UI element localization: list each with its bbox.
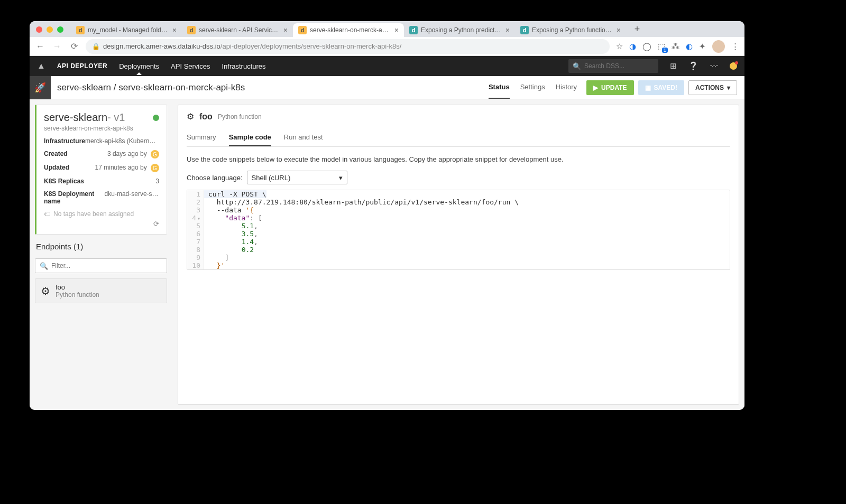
actions-menu[interactable]: ACTIONS▾ bbox=[688, 80, 737, 95]
meta-row: K8S Deployment namedku-mad-serve-skle… bbox=[44, 190, 159, 205]
code-editor[interactable]: 1curl -X POST \2 http://3.87.219.148:80/… bbox=[187, 190, 730, 270]
main-column: ⚙ foo Python function SummarySample code… bbox=[172, 99, 744, 410]
search-input[interactable] bbox=[584, 62, 654, 70]
meta-row: Updated17 minutes ago by G bbox=[44, 164, 159, 172]
tab-label: Exposing a Python prediction m bbox=[421, 26, 502, 34]
meta-value: 3 days ago by G bbox=[107, 150, 159, 158]
line-number: 1 bbox=[187, 190, 204, 198]
close-tab-icon[interactable]: × bbox=[172, 26, 177, 34]
update-button[interactable]: ▶UPDATE bbox=[586, 80, 633, 95]
rocket-icon[interactable]: 🚀 bbox=[30, 76, 51, 99]
page-tab-status[interactable]: Status bbox=[489, 76, 510, 99]
meta-value: dku-mad-serve-skle… bbox=[105, 190, 159, 205]
favicon: d bbox=[520, 26, 529, 34]
line-number: 3 bbox=[187, 206, 204, 214]
language-select[interactable]: Shell (cURL) ▾ bbox=[247, 171, 347, 184]
url-field[interactable]: 🔒 design.merck.amer-aws.dataiku-dss.io/a… bbox=[86, 39, 610, 54]
apps-icon[interactable]: ⊞ bbox=[670, 61, 677, 71]
code-line[interactable]: 1curl -X POST \ bbox=[187, 190, 730, 198]
code-line[interactable]: 6 3.5, bbox=[187, 230, 730, 238]
filter-input[interactable] bbox=[51, 262, 162, 269]
endpoints-heading: Endpoints (1) bbox=[35, 240, 167, 253]
maximize-window-icon[interactable] bbox=[57, 26, 63, 33]
saved-button: ▦SAVED! bbox=[638, 80, 684, 95]
app-header: ▲ API DEPLOYER DeploymentsAPI ServicesIn… bbox=[30, 56, 744, 76]
star-icon[interactable]: ☆ bbox=[616, 42, 623, 51]
window-controls bbox=[35, 26, 67, 37]
line-content: 3.5, bbox=[204, 230, 258, 238]
code-line[interactable]: 5 5.1, bbox=[187, 222, 730, 230]
tab-run-and-test[interactable]: Run and test bbox=[284, 129, 323, 146]
endpoint-item[interactable]: ⚙fooPython function bbox=[35, 278, 167, 303]
python-icon: ⚙ bbox=[41, 285, 50, 297]
code-line[interactable]: 4▾ "data": [ bbox=[187, 214, 730, 222]
browser-tab[interactable]: dmy_model - Managed folder | D× bbox=[71, 23, 182, 37]
nav-deployments[interactable]: Deployments bbox=[119, 62, 159, 70]
forward-button[interactable]: → bbox=[52, 42, 62, 51]
search-box[interactable]: 🔍 bbox=[568, 59, 658, 73]
close-tab-icon[interactable]: × bbox=[394, 26, 399, 34]
close-tab-icon[interactable]: × bbox=[505, 26, 510, 34]
nav-api-services[interactable]: API Services bbox=[171, 62, 210, 70]
code-line[interactable]: 9 ] bbox=[187, 254, 730, 262]
browser-tab[interactable]: dserve-sklearn - API Service | D× bbox=[182, 23, 293, 37]
search-icon: 🔍 bbox=[573, 62, 581, 70]
tags-row[interactable]: 🏷 No tags have been assigned bbox=[44, 210, 159, 218]
meta-key: Created bbox=[44, 150, 68, 158]
logo-icon[interactable]: ▲ bbox=[37, 61, 45, 71]
breadcrumb: serve-sklearn / serve-sklearn-on-merck-a… bbox=[51, 82, 489, 93]
close-tab-icon[interactable]: × bbox=[617, 26, 621, 34]
page-tab-history[interactable]: History bbox=[556, 76, 577, 99]
line-content: --data '{ bbox=[204, 206, 254, 214]
browser-tab[interactable]: dExposing a Python prediction m× bbox=[404, 23, 515, 37]
line-number: 6 bbox=[187, 230, 204, 238]
nav-infrastructures[interactable]: Infrastructures bbox=[222, 62, 266, 70]
code-line[interactable]: 8 0.2 bbox=[187, 246, 730, 254]
code-line[interactable]: 7 1.4, bbox=[187, 238, 730, 246]
meta-row: Created3 days ago by G bbox=[44, 150, 159, 158]
caret-down-icon: ▾ bbox=[727, 84, 730, 91]
line-content: "data": [ bbox=[204, 214, 262, 222]
code-line[interactable]: 3 --data '{ bbox=[187, 206, 730, 214]
browser-menu-icon[interactable]: ⋮ bbox=[731, 42, 739, 51]
tab-sample-code[interactable]: Sample code bbox=[229, 129, 271, 146]
line-number: 4▾ bbox=[187, 214, 204, 222]
card-title: serve-sklearn - v1 bbox=[44, 111, 159, 124]
close-tab-icon[interactable]: × bbox=[283, 26, 288, 34]
disk-icon: ▦ bbox=[645, 84, 651, 91]
onepassword-icon[interactable]: ◑ bbox=[629, 42, 636, 51]
tab-summary[interactable]: Summary bbox=[187, 129, 216, 146]
toolbar-icons: ☆ ◑ ◯ ⬚1 ⁂ ◐ ✦ ⋮ bbox=[616, 40, 739, 53]
new-tab-button[interactable]: + bbox=[630, 24, 644, 37]
browser-tab-bar: dmy_model - Managed folder | D×dserve-sk… bbox=[30, 21, 744, 37]
activity-icon[interactable]: 〰 bbox=[710, 62, 718, 71]
minimize-window-icon[interactable] bbox=[47, 26, 53, 33]
meta-key: Updated bbox=[44, 164, 69, 172]
user-avatar-icon: G bbox=[151, 150, 159, 158]
url-path: /api-deployer/deployments/serve-sklearn-… bbox=[220, 42, 401, 50]
help-icon[interactable]: ❔ bbox=[688, 61, 698, 71]
reload-button[interactable]: ⟳ bbox=[69, 41, 79, 51]
code-line[interactable]: 2 http://3.87.219.148:80/sklearn-path/pu… bbox=[187, 198, 730, 206]
extension-icon-1[interactable]: ◯ bbox=[642, 42, 651, 51]
endpoint-filter[interactable]: 🔍 bbox=[35, 258, 167, 273]
code-line[interactable]: 10 }' bbox=[187, 262, 730, 269]
tab-label: my_model - Managed folder | D bbox=[88, 26, 169, 34]
extension-icon-2[interactable]: ⬚1 bbox=[658, 42, 665, 51]
browser-tab[interactable]: dserve-sklearn-on-merck-api-k× bbox=[293, 23, 404, 37]
profile-avatar[interactable] bbox=[712, 40, 725, 53]
browser-tab[interactable]: dExposing a Python function —× bbox=[515, 23, 626, 37]
meta-key: K8S Deployment name bbox=[44, 190, 105, 205]
notification-icon[interactable] bbox=[730, 62, 737, 70]
back-button[interactable]: ← bbox=[35, 42, 45, 51]
refresh-button[interactable]: ⟳ bbox=[44, 220, 159, 228]
close-window-icon[interactable] bbox=[36, 26, 42, 33]
app-body: serve-sklearn - v1 serve-sklearn-on-merc… bbox=[30, 99, 744, 410]
chevron-down-icon: ▾ bbox=[339, 174, 343, 182]
extension-icon-4[interactable]: ◐ bbox=[686, 42, 693, 51]
extensions-menu-icon[interactable]: ✦ bbox=[699, 42, 706, 51]
extension-icon-3[interactable]: ⁂ bbox=[672, 42, 679, 51]
meta-key: Infrastructure bbox=[44, 137, 85, 145]
left-column: serve-sklearn - v1 serve-sklearn-on-merc… bbox=[30, 99, 172, 410]
page-tab-settings[interactable]: Settings bbox=[520, 76, 545, 99]
